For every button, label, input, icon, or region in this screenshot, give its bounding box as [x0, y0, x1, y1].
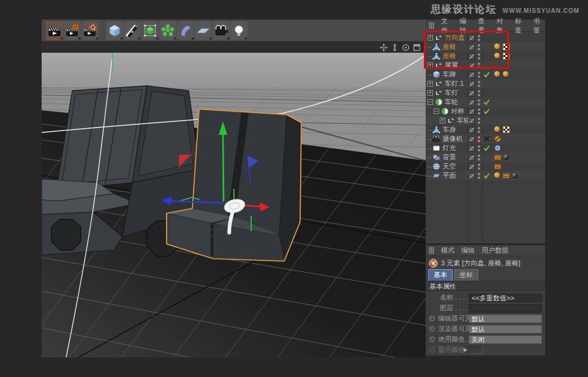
target-tag-icon[interactable] [494, 145, 501, 151]
object-icon-camera[interactable] [432, 135, 440, 143]
subdivision-surface-button[interactable] [141, 21, 159, 40]
layer-color-box[interactable] [469, 173, 475, 179]
tab-坐标[interactable]: 坐标 [454, 269, 478, 281]
keyframe-circle-icon[interactable] [429, 337, 435, 342]
viewport-panel[interactable] [42, 42, 426, 357]
visibility-dots[interactable] [478, 127, 480, 133]
panel-grip-icon[interactable] [429, 22, 434, 29]
visibility-dots[interactable] [478, 118, 480, 124]
compositing-tag-icon[interactable] [494, 163, 501, 170]
collapse-icon[interactable]: − [428, 99, 433, 105]
compositing-tag-icon[interactable] [503, 172, 510, 179]
am-menu-模式[interactable]: 模式 [441, 246, 454, 255]
enabled-check-icon[interactable] [483, 145, 490, 151]
dropdown[interactable]: 关闭 [469, 335, 542, 344]
keyframe-circle-icon[interactable] [429, 326, 435, 332]
layer-color-box[interactable] [469, 81, 475, 87]
add-camera-button[interactable] [213, 21, 230, 40]
visibility-dots[interactable] [478, 90, 480, 96]
object-row-平面[interactable]: ─平面 [426, 171, 545, 180]
om-menu-标签[interactable]: 标签 [515, 17, 527, 35]
object-icon-sphere-split[interactable] [440, 107, 449, 115]
add-spline-pen-button[interactable] [124, 21, 141, 40]
object-icon-plane[interactable] [432, 172, 440, 180]
object-icon-background[interactable] [432, 153, 440, 161]
tab-基本[interactable]: 基本 [428, 269, 453, 281]
panel-grip-icon[interactable] [429, 247, 434, 254]
compositing-tag-icon[interactable] [494, 154, 501, 161]
render-settings-button[interactable] [81, 21, 99, 40]
object-icon-sphere-split[interactable] [434, 98, 443, 106]
object-row-车牌[interactable]: ─车牌 [426, 70, 545, 79]
viewport-pan-icon[interactable] [380, 44, 388, 51]
object-icon-null[interactable]: Lo [434, 89, 443, 97]
expand-icon[interactable]: + [440, 118, 445, 123]
render-view-button[interactable] [46, 21, 63, 40]
object-icon-polygon[interactable] [432, 126, 440, 134]
dark-material-tag-icon[interactable] [503, 154, 510, 161]
visibility-dots[interactable] [478, 72, 480, 78]
checker-tag-icon[interactable] [503, 126, 510, 133]
phong-tag-icon[interactable] [494, 172, 501, 179]
visibility-dots[interactable] [478, 145, 480, 151]
object-row-车身[interactable]: ─车身 [426, 125, 545, 134]
phong-tag-icon[interactable] [494, 126, 501, 133]
layer-color-box[interactable] [469, 118, 475, 124]
enabled-check-icon[interactable] [483, 99, 490, 105]
am-menu-用户数据[interactable]: 用户数据 [481, 246, 508, 255]
enabled-check-icon[interactable] [483, 108, 490, 115]
expand-arrow-icon[interactable]: ▶ [464, 347, 467, 352]
object-row-车灯[interactable]: +Lo车灯 [426, 88, 545, 97]
no-camera-tag-icon[interactable] [494, 135, 501, 142]
viewport-scene[interactable] [42, 53, 426, 357]
layer-color-box[interactable] [469, 90, 475, 96]
visibility-dots[interactable] [478, 109, 480, 115]
object-icon-null[interactable]: Lo [447, 116, 455, 124]
gizmo-axis-y[interactable] [223, 134, 224, 202]
dark-material-tag-icon[interactable] [511, 172, 518, 179]
viewport-toggle-view-icon[interactable] [413, 44, 421, 51]
add-cube-primitive-button[interactable] [106, 21, 123, 40]
visibility-dots[interactable] [478, 154, 480, 161]
dropdown[interactable]: 默认 [469, 314, 542, 323]
render-to-picture-viewer-button[interactable] [64, 21, 81, 40]
expand-icon[interactable]: + [428, 90, 433, 96]
camera-x-icon[interactable] [483, 135, 490, 142]
bend-deformer-button[interactable] [177, 21, 194, 40]
layer-color-box[interactable] [469, 164, 475, 170]
object-row-天空[interactable]: ─天空 [426, 162, 545, 171]
enabled-check-icon[interactable] [483, 172, 490, 179]
keyframe-circle-icon[interactable] [429, 316, 435, 321]
viewport-rotate-icon[interactable] [402, 44, 410, 51]
expand-icon[interactable]: + [428, 81, 433, 86]
visibility-dots[interactable] [478, 164, 480, 170]
visibility-dots[interactable] [478, 173, 480, 179]
dropdown[interactable]: 默认 [469, 325, 542, 333]
visibility-dots[interactable] [478, 99, 480, 105]
object-icon-cube[interactable] [432, 70, 440, 78]
layer-color-box[interactable] [469, 154, 475, 161]
text-input[interactable] [469, 304, 542, 313]
layer-color-box[interactable] [469, 136, 475, 142]
object-row-摄像机[interactable]: ─摄像机 [426, 134, 545, 143]
color-swatch[interactable] [469, 346, 483, 354]
object-icon-light[interactable] [432, 144, 440, 152]
am-menu-编辑[interactable]: 编辑 [461, 246, 475, 255]
layer-color-box[interactable] [469, 99, 475, 105]
visibility-dots[interactable] [478, 136, 480, 142]
collapse-icon[interactable]: − [434, 109, 439, 114]
floor-environment-button[interactable] [195, 21, 212, 40]
object-row-车轮[interactable]: −车轮 [426, 97, 545, 107]
object-icon-null[interactable]: Lo [434, 80, 443, 88]
visibility-dots[interactable] [478, 81, 480, 87]
array-generator-button[interactable] [159, 21, 176, 40]
object-row-灯光[interactable]: ─灯光 [426, 143, 545, 153]
viewport-zoom-icon[interactable] [391, 44, 399, 51]
layer-color-box[interactable] [469, 72, 475, 78]
object-icon-sky[interactable] [432, 162, 440, 170]
object-row-对称[interactable]: −对称 [426, 107, 545, 116]
text-input[interactable]: <<多重数值>> [469, 294, 542, 302]
phong-tag-icon[interactable] [503, 71, 510, 78]
add-light-button[interactable] [230, 21, 247, 40]
layer-color-box[interactable] [469, 145, 475, 151]
